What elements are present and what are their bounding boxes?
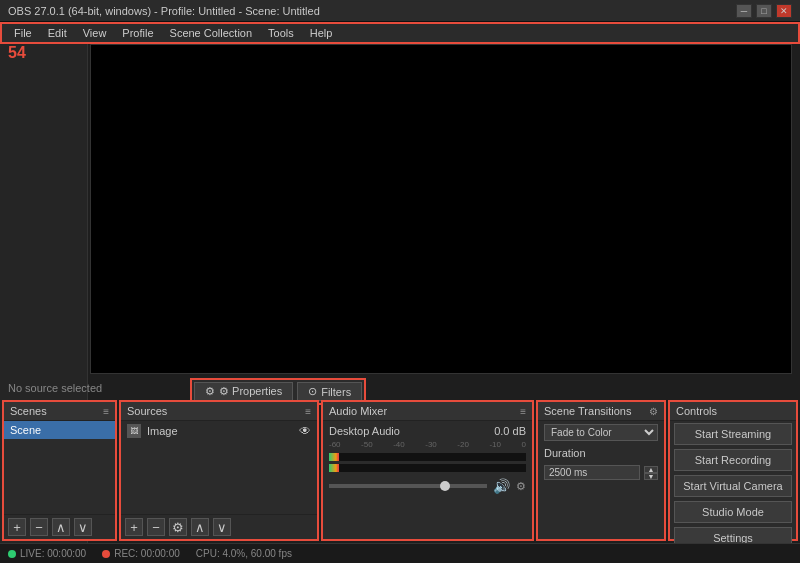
menu-tools[interactable]: Tools (260, 25, 302, 41)
audio-mixer-icon[interactable]: ≡ (520, 406, 526, 417)
transitions-title: Scene Transitions (544, 405, 631, 417)
live-time: LIVE: 00:00:00 (20, 548, 86, 559)
audio-track-name: Desktop Audio (329, 425, 400, 437)
audio-settings-button[interactable]: ⚙ (516, 480, 526, 493)
live-indicator (8, 550, 16, 558)
menu-profile[interactable]: Profile (114, 25, 161, 41)
source-visible-icon[interactable]: 👁 (299, 424, 311, 438)
rec-indicator (102, 550, 110, 558)
bottom-panels: Scenes ≡ Scene + − ∧ ∨ Sources ≡ 🖼 Image… (0, 398, 800, 543)
scene-item[interactable]: Scene (4, 421, 115, 439)
status-bar: LIVE: 00:00:00 REC: 00:00:00 CPU: 4.0%, … (0, 543, 800, 563)
sources-panel-header: Sources ≡ (121, 402, 317, 421)
sources-up-button[interactable]: ∧ (191, 518, 209, 536)
duration-spinner: ▲ ▼ (644, 466, 658, 480)
duration-label: Duration (544, 447, 586, 459)
audio-track-desktop: Desktop Audio 0.0 dB -60 -50 -40 -30 -20… (323, 421, 532, 498)
controls-panel: Controls Start Streaming Start Recording… (668, 400, 798, 541)
live-status: LIVE: 00:00:00 (8, 548, 86, 559)
scenes-panel-icon[interactable]: ≡ (103, 406, 109, 417)
transitions-header: Scene Transitions ⚙ (538, 402, 664, 421)
scenes-toolbar: + − ∧ ∨ (4, 514, 115, 539)
studio-mode-button[interactable]: Studio Mode (674, 501, 792, 523)
scenes-panel: Scenes ≡ Scene + − ∧ ∨ (2, 400, 117, 541)
transition-duration-row: Duration (538, 444, 664, 462)
cpu-status: CPU: 4.0%, 60.00 fps (196, 548, 292, 559)
title-text: OBS 27.0.1 (64-bit, windows) - Profile: … (8, 5, 320, 17)
scenes-title: Scenes (10, 405, 47, 417)
maximize-button[interactable]: □ (756, 4, 772, 18)
minimize-button[interactable]: ─ (736, 4, 752, 18)
duration-input[interactable] (544, 465, 640, 480)
rec-time: REC: 00:00:00 (114, 548, 180, 559)
audio-track-level: 0.0 dB (494, 425, 526, 437)
filter-icon: ⊙ (308, 385, 317, 398)
scenes-add-button[interactable]: + (8, 518, 26, 536)
mute-button[interactable]: 🔊 (493, 478, 510, 494)
sources-down-button[interactable]: ∨ (213, 518, 231, 536)
duration-up[interactable]: ▲ (644, 466, 658, 473)
gear-icon: ⚙ (205, 385, 215, 398)
close-button[interactable]: ✕ (776, 4, 792, 18)
audio-meter-2 (329, 464, 526, 472)
title-bar: OBS 27.0.1 (64-bit, windows) - Profile: … (0, 0, 800, 22)
volume-thumb (440, 481, 450, 491)
audio-meter-fill-2 (329, 464, 339, 472)
audio-meter (329, 453, 526, 461)
source-item[interactable]: 🖼 Image 👁 (121, 421, 317, 441)
source-label: Image (147, 425, 178, 437)
duration-down[interactable]: ▼ (644, 473, 658, 480)
rec-status: REC: 00:00:00 (102, 548, 180, 559)
sources-add-button[interactable]: + (125, 518, 143, 536)
transition-duration-value-row: ▲ ▼ (538, 462, 664, 483)
scenes-remove-button[interactable]: − (30, 518, 48, 536)
sources-panel: Sources ≡ 🖼 Image 👁 + − ⚙ ∧ ∨ (119, 400, 319, 541)
scenes-up-button[interactable]: ∧ (52, 518, 70, 536)
source-type-icon: 🖼 (127, 424, 141, 438)
audio-track-header: Desktop Audio 0.0 dB (329, 425, 526, 437)
fps-counter: 54 (8, 44, 26, 62)
controls-header: Controls (670, 402, 796, 421)
sources-toolbar: + − ⚙ ∧ ∨ (121, 514, 317, 539)
scenes-empty-area (4, 439, 115, 514)
transition-type-row: Fade to Color Cut Fade Swipe (538, 421, 664, 444)
start-streaming-button[interactable]: Start Streaming (674, 423, 792, 445)
sources-settings-button[interactable]: ⚙ (169, 518, 187, 536)
sources-title: Sources (127, 405, 167, 417)
menu-help[interactable]: Help (302, 25, 341, 41)
scene-transitions-panel: Scene Transitions ⚙ Fade to Color Cut Fa… (536, 400, 666, 541)
meter-scale: -60 -50 -40 -30 -20 -10 0 (329, 440, 526, 449)
audio-mixer-title: Audio Mixer (329, 405, 387, 417)
sources-panel-icon[interactable]: ≡ (305, 406, 311, 417)
audio-meter-fill (329, 453, 339, 461)
cpu-info: CPU: 4.0%, 60.00 fps (196, 548, 292, 559)
menu-bar: File Edit View Profile Scene Collection … (0, 22, 800, 44)
sources-empty-area (121, 441, 317, 514)
transitions-settings-icon[interactable]: ⚙ (649, 406, 658, 417)
start-virtual-camera-button[interactable]: Start Virtual Camera (674, 475, 792, 497)
scenes-panel-header: Scenes ≡ (4, 402, 115, 421)
window-controls: ─ □ ✕ (736, 4, 792, 18)
image-icon: 🖼 (130, 427, 138, 436)
controls-title: Controls (676, 405, 717, 417)
menu-view[interactable]: View (75, 25, 115, 41)
start-recording-button[interactable]: Start Recording (674, 449, 792, 471)
scenes-down-button[interactable]: ∨ (74, 518, 92, 536)
sources-remove-button[interactable]: − (147, 518, 165, 536)
audio-mixer-header: Audio Mixer ≡ (323, 402, 532, 421)
preview-canvas (90, 44, 792, 374)
volume-slider[interactable] (329, 484, 487, 488)
transition-type-select[interactable]: Fade to Color Cut Fade Swipe (544, 424, 658, 441)
menu-scene-collection[interactable]: Scene Collection (162, 25, 261, 41)
no-source-label: No source selected (8, 382, 102, 394)
menu-edit[interactable]: Edit (40, 25, 75, 41)
menu-file[interactable]: File (6, 25, 40, 41)
audio-controls-row: 🔊 ⚙ (329, 478, 526, 494)
audio-mixer-panel: Audio Mixer ≡ Desktop Audio 0.0 dB -60 -… (321, 400, 534, 541)
